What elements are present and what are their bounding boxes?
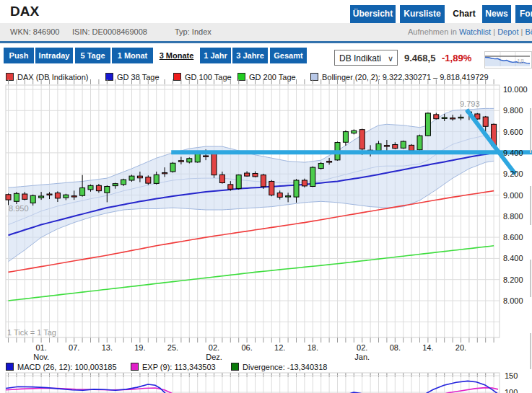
page-title: DAX: [10, 4, 39, 19]
range-button-intraday[interactable]: Intraday: [35, 48, 73, 63]
watchlist-link[interactable]: Watchlist: [459, 27, 491, 36]
macd-legend-item-label: Divergence: -13,340318: [243, 363, 327, 371]
legend-item-label: DAX (DB Indikation): [17, 73, 88, 81]
legend-item-label: Bollinger (20, 2): 9.322,330271 – 9.818,…: [322, 73, 489, 81]
svg-text:01.: 01.: [35, 343, 46, 352]
legend-item: GD 38 Tage: [105, 73, 160, 82]
macd-legend-item-label: MACD (26, 12): 100,003185: [17, 363, 117, 371]
svg-text:8.600: 8.600: [503, 233, 523, 242]
range-button-1-monat[interactable]: 1 Monat: [112, 48, 153, 63]
svg-text:20.: 20.: [455, 343, 466, 352]
indicator-dropdown[interactable]: DB Indikati ∨: [334, 50, 398, 66]
boersen-link[interactable]: Börsen: [526, 27, 532, 36]
mini-preview-chart: 18: [484, 51, 532, 69]
blue-divider: [0, 41, 532, 43]
svg-text:9.200: 9.200: [503, 169, 523, 178]
svg-text:10.000: 10.000: [503, 85, 528, 94]
tab-forum[interactable]: Forum: [515, 5, 532, 23]
svg-text:12.: 12.: [274, 343, 285, 352]
svg-text:25.: 25.: [167, 343, 178, 352]
dax-chart-page: DAX ÜbersichtKurslisteChartNewsForum WKN…: [0, 0, 532, 393]
macd-legend-item-label: EXP (9): 113,343503: [142, 363, 216, 371]
macd-legend-item-swatch: [6, 363, 14, 371]
legend-item-swatch: [173, 73, 181, 81]
macd-legend-item-swatch: [131, 363, 139, 371]
legend-item-swatch: [6, 73, 14, 81]
tab-kursliste[interactable]: Kursliste: [400, 5, 445, 23]
svg-text:9.600: 9.600: [503, 128, 523, 136]
svg-text:14.: 14.: [422, 343, 433, 352]
svg-text:02.: 02.: [357, 343, 367, 352]
range-button-1-jahr[interactable]: 1 Jahr: [200, 48, 231, 63]
legend-item-label: GD 100 Tage: [185, 73, 232, 81]
watchlist-prefix: Aufnehmen in: [408, 27, 457, 36]
range-button-5-tage[interactable]: 5 Tage: [75, 48, 110, 63]
chevron-down-icon: ∨: [388, 50, 393, 66]
svg-text:1 Tick = 1 Tag: 1 Tick = 1 Tag: [7, 328, 56, 337]
legend-item-label: GD 200 Tage: [249, 73, 296, 81]
quote: 9.468,5 -1,89%: [404, 53, 471, 63]
macd-legend-item: Divergence: -13,340318: [231, 363, 327, 372]
svg-text:Nov.: Nov.: [33, 353, 49, 361]
legend-item-swatch: [237, 73, 245, 81]
typ-label: Typ: Index: [175, 27, 212, 36]
svg-text:8.400: 8.400: [503, 254, 523, 262]
range-button-gesamt[interactable]: Gesamt: [270, 48, 307, 63]
quote-change: -1,89%: [442, 53, 471, 63]
svg-text:08.: 08.: [390, 343, 401, 352]
svg-text:Jan.: Jan.: [354, 353, 370, 361]
legend-item-label: GD 38 Tage: [117, 73, 160, 81]
legend-item-swatch: [310, 73, 318, 81]
watchlist-links: Aufnehmen in Watchlist | Depot | Börsen: [408, 27, 532, 36]
wkn-label: WKN: 846900: [10, 27, 59, 36]
svg-text:100: 100: [505, 388, 518, 393]
svg-text:07.: 07.: [69, 343, 79, 352]
instrument-info-bar: WKN: 846900 ISIN: DE0008469008 Typ: Inde…: [0, 23, 532, 41]
mini-preview-sparkline: 18: [485, 52, 530, 66]
svg-text:8.000: 8.000: [503, 296, 523, 305]
svg-text:13.: 13.: [102, 343, 113, 352]
svg-text:8.950: 8.950: [9, 204, 29, 213]
macd-legend-item-swatch: [231, 363, 239, 371]
svg-text:8.800: 8.800: [503, 212, 523, 221]
indicator-dropdown-value: DB Indikati: [339, 53, 381, 63]
svg-text:9.793: 9.793: [460, 100, 480, 108]
svg-text:06.: 06.: [241, 343, 252, 352]
range-button-3-monate[interactable]: 3 Monate: [155, 48, 198, 63]
isin-label: ISIN: DE0008469008: [72, 27, 147, 36]
range-button-3-jahre[interactable]: 3 Jahre: [232, 48, 268, 63]
svg-text:8.200: 8.200: [503, 275, 523, 284]
legend-item-swatch: [105, 73, 113, 81]
svg-text:18: 18: [517, 58, 524, 65]
tab-chart[interactable]: Chart: [450, 5, 479, 23]
legend-item: GD 100 Tage: [173, 73, 232, 82]
svg-text:9.800: 9.800: [503, 106, 523, 115]
tab-bersicht[interactable]: Übersicht: [350, 5, 396, 23]
depot-link[interactable]: Depot: [497, 27, 518, 36]
macd-legend-item: MACD (26, 12): 100,003185: [6, 363, 117, 372]
svg-text:150: 150: [505, 371, 518, 380]
svg-text:9.000: 9.000: [503, 191, 523, 200]
legend-item: GD 200 Tage: [237, 73, 296, 82]
range-button-push[interactable]: Push: [4, 48, 34, 63]
svg-text:18.: 18.: [308, 343, 318, 352]
svg-text:Dez.: Dez.: [206, 353, 222, 361]
legend-item: Bollinger (20, 2): 9.322,330271 – 9.818,…: [310, 73, 489, 82]
svg-text:19.: 19.: [134, 343, 145, 352]
legend-item: DAX (DB Indikation): [6, 73, 88, 82]
tab-news[interactable]: News: [482, 5, 511, 23]
svg-text:02.: 02.: [209, 343, 219, 352]
svg-text:9.400: 9.400: [503, 149, 523, 157]
quote-price: 9.468,5: [404, 53, 435, 63]
macd-legend-item: EXP (9): 113,343503: [131, 363, 216, 372]
